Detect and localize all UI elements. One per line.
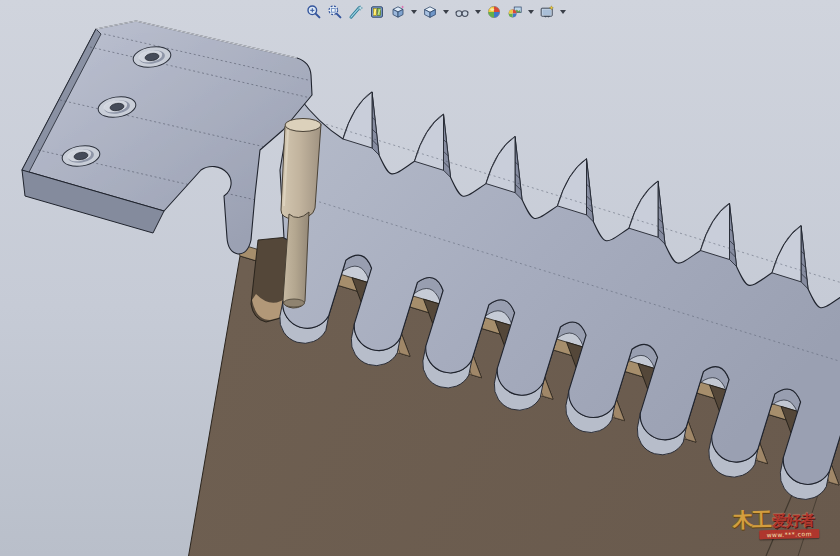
cad-application-window: 木工 爱好者 www.***.com — [0, 0, 840, 556]
zoom-to-area-icon[interactable] — [325, 3, 344, 22]
zoom-to-fit-icon[interactable] — [304, 3, 323, 22]
apply-scene-icon[interactable] — [505, 3, 524, 22]
hide-show-items-dropdown[interactable] — [473, 3, 482, 22]
hide-show-items-icon[interactable] — [452, 3, 471, 22]
view-orientation-dropdown[interactable] — [409, 3, 418, 22]
clamp-plate — [22, 21, 315, 254]
edit-appearance-icon[interactable] — [484, 3, 503, 22]
model-viewport[interactable] — [0, 0, 840, 556]
view-toolbar — [304, 1, 567, 23]
view-settings-dropdown[interactable] — [558, 3, 567, 22]
display-style-dropdown[interactable] — [441, 3, 450, 22]
previous-view-icon[interactable] — [346, 3, 365, 22]
view-orientation-icon[interactable] — [388, 3, 407, 22]
display-style-icon[interactable] — [420, 3, 439, 22]
apply-scene-dropdown[interactable] — [526, 3, 535, 22]
view-settings-icon[interactable] — [537, 3, 556, 22]
section-view-icon[interactable] — [367, 3, 386, 22]
